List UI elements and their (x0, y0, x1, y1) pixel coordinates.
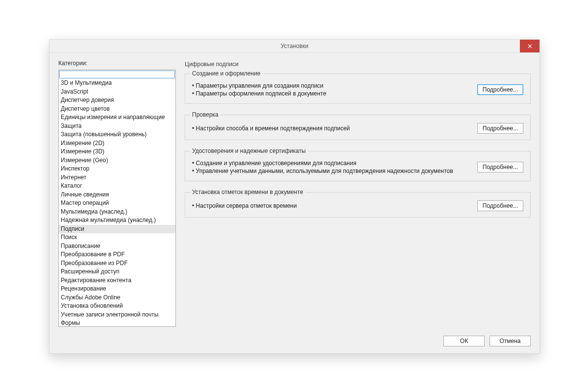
details-button[interactable]: Подробнее... (477, 123, 523, 134)
details-button[interactable]: Подробнее... (477, 200, 523, 211)
group-description-item: Управление учетными данными, используемы… (192, 167, 453, 175)
category-item[interactable]: Защита (повышенный уровень) (59, 130, 175, 139)
close-button[interactable]: ✕ (520, 40, 539, 52)
settings-group: Создание и оформлениеПараметры управлени… (185, 73, 531, 104)
category-item[interactable]: Единицы измерения и направляющие (59, 113, 175, 122)
group-description-item: Настройки способа и времени подтверждени… (192, 124, 350, 132)
sidebar: Категории: 3D и МультимедиаJavaScriptДис… (58, 60, 176, 327)
category-item[interactable]: Подписи (59, 225, 175, 234)
category-item[interactable] (59, 71, 175, 78)
group-body: Создание и управление удостоверениями дл… (192, 159, 523, 175)
category-item[interactable]: Службы Adobe Online (59, 293, 175, 302)
category-item[interactable]: Личные сведения (59, 191, 175, 199)
category-item[interactable]: Редактирование контента (59, 276, 175, 285)
category-item[interactable]: Инспектор (59, 165, 175, 173)
category-item[interactable]: Надежная мультимедиа (унаслед.) (59, 216, 175, 225)
group-description-item: Создание и управление удостоверениями дл… (192, 159, 453, 167)
details-button[interactable]: Подробнее... (477, 162, 523, 172)
category-item[interactable]: Правописание (59, 242, 175, 251)
category-item[interactable]: Измерение (Geo) (59, 156, 175, 165)
group-description-list: Параметры управления для создания подпис… (192, 82, 326, 98)
group-title: Создание и оформление (190, 70, 262, 77)
category-item[interactable]: Диспетчер доверия (59, 96, 175, 105)
categories-label: Категории: (58, 60, 176, 67)
group-body: Настройки сервера отметок времениПодробн… (192, 200, 523, 211)
ok-button[interactable]: ОК (443, 336, 485, 346)
cancel-button[interactable]: Отмена (490, 336, 531, 346)
group-title: Установка отметок времени в документе (190, 189, 305, 196)
dialog-footer: ОК Отмена (49, 331, 539, 353)
group-description-item: Настройки сервера отметок времени (192, 202, 297, 210)
group-description-list: Настройки сервера отметок времени (192, 202, 297, 210)
preferences-dialog: Установки ✕ Категории: 3D и МультимедиаJ… (49, 39, 540, 354)
details-button[interactable]: Подробнее... (477, 84, 523, 95)
panel-heading: Цифровые подписи (185, 61, 531, 68)
category-item[interactable]: Измерение (2D) (59, 139, 175, 148)
window-title: Установки (281, 43, 308, 49)
group-description-list: Настройки способа и времени подтверждени… (192, 124, 350, 132)
group-body: Параметры управления для создания подпис… (192, 82, 523, 98)
category-item[interactable]: Защита (59, 122, 175, 131)
category-item[interactable]: Расширенный доступ (59, 268, 175, 276)
settings-group: ПроверкаНастройки способа и времени подт… (185, 115, 531, 140)
category-item[interactable]: 3D и Мультимедиа (59, 79, 175, 88)
group-title: Удостоверения и надежные сертификаты (190, 147, 308, 154)
group-title: Проверка (190, 111, 220, 118)
categories-listbox[interactable]: 3D и МультимедиаJavaScriptДиспетчер дове… (58, 70, 176, 327)
category-item[interactable]: Диспетчер цветов (59, 105, 175, 114)
group-description-item: Параметры оформления подписей в документ… (192, 90, 326, 98)
main-panel: Цифровые подписи Создание и оформлениеПа… (185, 60, 531, 327)
dialog-body: Категории: 3D и МультимедиаJavaScriptДис… (49, 53, 539, 331)
category-item[interactable]: Измерение (3D) (59, 147, 175, 156)
category-item[interactable]: Поиск (59, 233, 175, 242)
titlebar: Установки ✕ (49, 40, 539, 53)
category-item[interactable]: Мастер операций (59, 199, 175, 208)
group-description-item: Параметры управления для создания подпис… (192, 82, 326, 90)
settings-group: Установка отметок времени в документеНас… (185, 192, 531, 218)
close-icon: ✕ (527, 43, 533, 50)
group-body: Настройки способа и времени подтверждени… (192, 123, 523, 134)
category-item[interactable]: Формы (59, 319, 175, 327)
category-item[interactable]: Рецензирование (59, 285, 175, 293)
category-item[interactable]: Интернет (59, 173, 175, 182)
category-item[interactable]: Преобразование в PDF (59, 250, 175, 259)
category-item[interactable]: Учетные записи электронной почты (59, 311, 175, 319)
category-item[interactable]: Установка обновлений (59, 302, 175, 311)
group-description-list: Создание и управление удостоверениями дл… (192, 159, 453, 175)
category-item[interactable]: Преобразование из PDF (59, 259, 175, 268)
category-item[interactable]: JavaScript (59, 88, 175, 97)
category-item[interactable]: Мультимедиа (унаслед.) (59, 208, 175, 217)
settings-group: Удостоверения и надежные сертификатыСозд… (185, 151, 531, 181)
category-item[interactable]: Каталог (59, 182, 175, 191)
